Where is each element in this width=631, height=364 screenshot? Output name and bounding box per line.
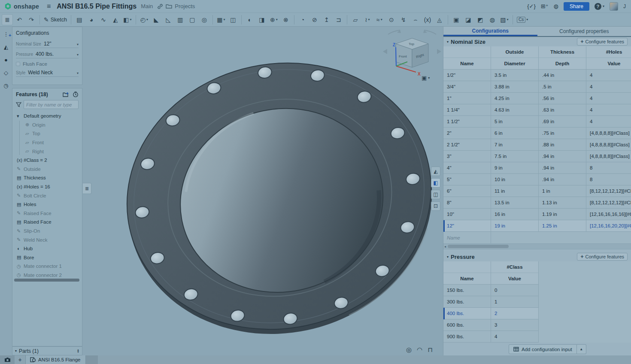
boolean-tool[interactable]: ◧▾ [122, 14, 133, 25]
modify-fillet-tool[interactable]: ◔ [297, 14, 308, 25]
filter-input[interactable] [24, 100, 79, 109]
table-cell[interactable]: .63 in [539, 104, 586, 116]
table-cell[interactable]: [4,8,8,8,8][#Class] [586, 139, 631, 151]
table-row[interactable]: 6"11 in1 in[8,12,12,12,12][#Class] [443, 185, 631, 197]
model-viewport[interactable]: Top Front Right Z X ≣ ▣▾ ◭◧◫⊡ ◎◠⊓ [82, 27, 443, 355]
table-cell[interactable]: 3/4" [443, 81, 491, 93]
fillet-tool[interactable]: ◴▾ [139, 14, 150, 25]
table-row[interactable]: 2"6 in.75 in[4,8,8,8,8][#Class] [443, 127, 631, 139]
chevron-down-icon[interactable]: ▾ [447, 40, 449, 44]
table-cell[interactable]: 400 lbs. [443, 308, 491, 319]
feature-variable-holes[interactable]: (x)#Holes = 16 [12, 182, 82, 191]
chevron-down-icon[interactable]: ▾ [77, 42, 79, 46]
table-cell[interactable]: 1.13 in [539, 197, 586, 209]
table-cell[interactable]: 13.5 in [491, 197, 539, 209]
scrollbar-thumb[interactable] [448, 245, 509, 248]
move-face-tool[interactable]: ↥ [321, 14, 332, 25]
table-cell[interactable]: 1" [443, 93, 491, 104]
table-cell[interactable]: .5 in [539, 81, 586, 93]
feature-origin[interactable]: ⊕Origin [12, 121, 82, 130]
helix-tool[interactable]: ≀▾ [362, 14, 373, 25]
table-cell[interactable]: 1 in [539, 185, 586, 197]
extrude-tool[interactable]: ▤ [74, 14, 85, 25]
plane-tool[interactable]: ▱ [350, 14, 361, 25]
transform-tool[interactable]: ⊕▾ [268, 14, 279, 25]
add-configuration-input-button[interactable]: Add configuration input [509, 344, 577, 354]
table-cell[interactable]: 2 [491, 308, 539, 319]
table-row[interactable]: 12"19 in1.25 in[12,16,16,20,20][#Class] [443, 220, 631, 232]
mass-properties-button[interactable]: ⊓ [428, 346, 433, 354]
feature-revolve-hub[interactable]: ◖Hub [12, 244, 82, 253]
new-config-name-input[interactable]: Name [443, 232, 491, 244]
table-cell[interactable]: 5" [443, 174, 491, 185]
custom-features-tool[interactable]: Cs▾ [516, 14, 529, 25]
table-row[interactable]: 2 1/2"7 in.88 in[4,8,8,8,8][#Class] [443, 139, 631, 151]
table-cell[interactable]: [4,8,8,8,8][#Class] [586, 127, 631, 139]
table-row[interactable]: 3/4"3.88 in.5 in4 [443, 81, 631, 93]
table-cell[interactable]: [12,16,16,20,20][#Class] [586, 220, 631, 232]
measure-tape-button[interactable]: ◎ [406, 346, 412, 354]
insert-instance-icon[interactable]: ⋮+ [3, 31, 9, 37]
delete-part-tool[interactable]: ⊗ [280, 14, 291, 25]
linear-pattern-tool[interactable]: ▦▾ [215, 14, 227, 25]
feature-sketch-weld-neck[interactable]: ✎Weld Neck [12, 235, 82, 244]
table-cell[interactable]: 4 [491, 331, 539, 343]
table-row[interactable]: 10"16 in1.19 in[12,16,16,16,16][#Class] [443, 209, 631, 220]
mirror-tool[interactable]: ◫ [228, 14, 239, 25]
table-cell[interactable]: 8" [443, 197, 491, 209]
sheet-metal-tool[interactable]: ▧▾ [499, 14, 510, 25]
revolve-tool[interactable]: ◕ [86, 14, 97, 25]
table-cell[interactable]: 1 1/2" [443, 116, 491, 127]
table-cell[interactable]: 3" [443, 151, 491, 162]
table-cell[interactable]: 5 in [491, 116, 539, 127]
feature-extrude-raised-face[interactable]: ▤Raised Face [12, 218, 82, 227]
table-cell[interactable]: 0 [491, 285, 539, 296]
table-cell[interactable]: .94 in [539, 174, 586, 185]
chevron-down-icon[interactable]: ▾ [130, 18, 132, 21]
appearance-tool[interactable]: ◍ [487, 14, 498, 25]
table-cell[interactable]: 1 1/4" [443, 104, 491, 116]
table-cell[interactable]: [8,12,12,12,12][#Class] [586, 197, 631, 209]
undo-button[interactable]: ↶ [14, 14, 25, 25]
table-cell[interactable]: 8 [586, 174, 631, 185]
feature-plane-top[interactable]: ▱Top [12, 129, 82, 138]
spline-tool[interactable]: ≈▾ [374, 14, 385, 25]
table-row[interactable]: 8"13.5 in1.13 in[8,12,12,12,12][#Class] [443, 197, 631, 209]
app-store-icon[interactable]: ⊞⁺ [541, 3, 549, 9]
table-row[interactable]: 900 lbs.4 [443, 331, 631, 343]
hole-tool[interactable]: ◎ [199, 14, 210, 25]
chevron-down-icon[interactable]: ▾ [368, 18, 370, 21]
table-cell[interactable]: 4" [443, 162, 491, 174]
sweep-tool[interactable]: ∿ [98, 14, 109, 25]
table-row[interactable]: 300 lbs.1 [443, 296, 631, 308]
table-cell[interactable]: 150 lbs. [443, 285, 491, 296]
parts-scroll-spinner[interactable]: ▲▼ [77, 349, 79, 353]
feature-extrude-thickness[interactable]: ▤Thickness [12, 173, 82, 182]
viewport-canvas[interactable]: Top Front Right Z X [82, 27, 443, 355]
import-tool[interactable]: ▣ [451, 14, 462, 25]
table-cell[interactable]: [4,8,8,8,8][#Class] [586, 151, 631, 162]
table-cell[interactable]: 600 lbs. [443, 319, 491, 331]
table-cell[interactable]: 4 [586, 104, 631, 116]
chevron-down-icon[interactable]: ▾ [447, 255, 449, 259]
table-cell[interactable]: 10 in [491, 174, 539, 185]
table-cell[interactable]: .69 in [539, 116, 586, 127]
table-cell[interactable]: 2 1/2" [443, 139, 491, 151]
chevron-down-icon[interactable]: ▾ [224, 18, 225, 21]
table-cell[interactable]: 7 in [491, 139, 539, 151]
table-cell[interactable]: [12,16,16,16,16][#Class] [586, 209, 631, 220]
feature-mate-connector-1[interactable]: ◷Mate connector 1 [12, 262, 82, 271]
language-icon[interactable]: ◍ [554, 3, 558, 9]
config-dropdown-nominal-size[interactable]: Nominal Size12"▾ [16, 39, 79, 48]
flange-part[interactable] [102, 35, 443, 355]
feature-extrude-bore[interactable]: ▤Bore [12, 253, 82, 262]
chevron-down-icon[interactable]: ▾ [276, 18, 278, 21]
chamfer-tool[interactable]: ◣ [151, 14, 162, 25]
learning-icon[interactable]: ◇ [4, 70, 8, 76]
workspace-label[interactable]: Main [141, 3, 153, 9]
table-row[interactable]: 150 lbs.0 [443, 285, 631, 296]
feature-sketch-slip-on[interactable]: ✎Slip-On [12, 227, 82, 236]
features-scrollbar[interactable] [14, 279, 79, 282]
derived-tool[interactable]: ◪ [463, 14, 474, 25]
rotate-right-arrow[interactable] [437, 49, 441, 54]
